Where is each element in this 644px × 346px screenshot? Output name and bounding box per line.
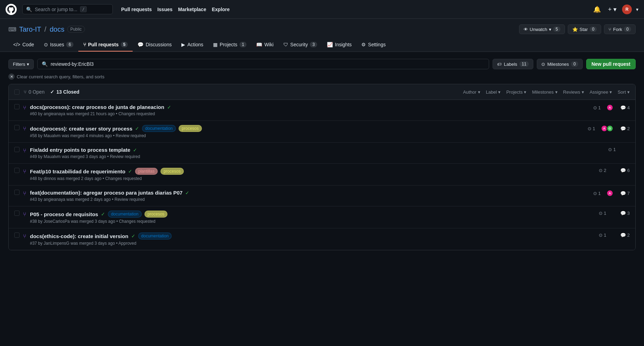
pr-review-count-58: ⊙ 1: [588, 126, 595, 131]
label-chevron-icon: ▾: [498, 89, 501, 95]
author-chevron-icon: ▾: [478, 89, 480, 95]
label-filter[interactable]: Label ▾: [486, 89, 501, 95]
select-all-checkbox[interactable]: [14, 89, 19, 95]
global-search[interactable]: 🔍 Search or jump to... /: [22, 4, 113, 14]
review-icon-43: ⊙: [593, 191, 597, 196]
clear-filter-label: Clear current search query, filters, and…: [17, 74, 104, 79]
pr-checkbox-58[interactable]: [14, 125, 19, 130]
filters-button[interactable]: Filters ▾: [8, 59, 34, 69]
pr-checkbox-49[interactable]: [14, 147, 19, 152]
filters-chevron-icon: ▾: [27, 62, 29, 67]
unwatch-button[interactable]: 👁 Unwatch ▾ 5: [519, 24, 565, 34]
labels-count: 11: [519, 61, 529, 67]
pr-title-58[interactable]: docs(process): create user story process: [30, 126, 132, 132]
closed-tab[interactable]: ✓ 13 Closed: [50, 88, 79, 96]
actions-icon: ▶: [181, 42, 185, 47]
tab-insights[interactable]: 📈 Insights: [322, 38, 356, 52]
author-filter[interactable]: Author ▾: [463, 89, 480, 95]
pr-checkbox-48[interactable]: [14, 168, 19, 173]
pr-details-37: docs(ethics-code): create initial versio…: [30, 233, 595, 246]
new-pr-button[interactable]: New pull request: [586, 59, 636, 69]
pr-merged-icon-37: ⑂: [23, 233, 26, 239]
pr-title-49[interactable]: Fix/add entry points to process template: [30, 147, 130, 153]
nav-issues[interactable]: Issues: [157, 7, 173, 12]
notifications-button[interactable]: 🔔: [592, 4, 602, 15]
filter-search-container[interactable]: 🔍: [37, 59, 489, 69]
projects-filter[interactable]: Projects ▾: [506, 89, 526, 95]
pr-merged-icon: ⑂: [23, 105, 26, 111]
review-icon-60: ⊙: [593, 105, 597, 110]
search-placeholder: Search or jump to...: [35, 7, 77, 12]
pr-check-37: ✓: [131, 233, 135, 239]
star-button[interactable]: ⭐ Star 0: [568, 24, 602, 34]
pr-checkbox-38[interactable]: [14, 211, 19, 216]
labels-button[interactable]: 🏷 Labels 11: [493, 59, 533, 69]
projects-icon: ▦: [213, 42, 218, 47]
github-logo[interactable]: [6, 4, 17, 15]
repo-owner-link[interactable]: Taro-IT: [19, 25, 41, 33]
pr-icon: ⑂: [83, 42, 86, 47]
nav-marketplace[interactable]: Marketplace: [178, 7, 206, 12]
pr-merged-icon-43: ⑂: [23, 190, 26, 197]
star-label: Star: [580, 27, 588, 32]
pr-title-38[interactable]: P05 - proceso de requisitos: [30, 211, 98, 217]
open-count: 0 Open: [29, 89, 45, 95]
review-icon-58: ⊙: [588, 126, 591, 131]
avatar-dropdown[interactable]: ▾: [636, 7, 638, 12]
pr-status-tabs: ⑂ 0 Open ✓ 13 Closed: [24, 88, 459, 96]
user-avatar[interactable]: R: [622, 5, 632, 14]
wiki-icon: 📖: [256, 42, 262, 47]
pr-checkbox-60[interactable]: [14, 104, 19, 109]
tab-code[interactable]: </> Code: [8, 38, 39, 52]
pr-title-43[interactable]: feat(documentation): agregar proceso par…: [30, 190, 182, 196]
pr-right-60: ⊙ 1 A 💬 4: [593, 104, 630, 111]
pr-details-60: docs(procesos): crear proceso de junta d…: [30, 104, 590, 116]
nav-pull-requests[interactable]: Pull requests: [121, 7, 152, 12]
comment-icon-43: 💬: [620, 191, 626, 196]
pr-meta-48: #48 by dinnos was merged 2 days ago • Ch…: [30, 176, 595, 181]
star-count: 0: [590, 26, 597, 32]
pr-title-60[interactable]: docs(procesos): crear proceso de junta d…: [30, 104, 164, 110]
assignee-filter[interactable]: Assignee ▾: [590, 89, 612, 95]
sort-button[interactable]: Sort ▾: [618, 89, 630, 95]
projects-filter-label: Projects: [506, 89, 523, 95]
create-button[interactable]: + ▾: [606, 4, 618, 15]
open-tab[interactable]: ⑂ 0 Open: [24, 88, 45, 96]
pr-title-48[interactable]: Feat/p10 trazabilidad de requerimiento: [30, 168, 125, 174]
reviews-chevron-icon: ▾: [582, 89, 584, 95]
tab-security[interactable]: 🛡 Security 3: [278, 38, 322, 52]
milestones-filter-label: Milestones: [532, 89, 553, 95]
fork-label: Fork: [613, 27, 622, 32]
pr-comments-37: 💬 2: [620, 233, 630, 238]
clear-filter-button[interactable]: ✕: [8, 73, 15, 80]
pr-merged-icon-58: ⑂: [23, 126, 26, 132]
tab-projects[interactable]: ▦ Projects 1: [208, 38, 251, 52]
tab-discussions[interactable]: 💬 Discussions: [133, 38, 176, 52]
pr-checkbox-37[interactable]: [14, 233, 19, 238]
tab-actions[interactable]: ▶ Actions: [176, 38, 208, 52]
reviews-filter[interactable]: Reviews ▾: [563, 89, 584, 95]
tab-wiki[interactable]: 📖 Wiki: [251, 38, 278, 52]
filter-search-input[interactable]: [50, 61, 485, 67]
table-row: ⑂ docs(ethics-code): create initial vers…: [9, 228, 635, 250]
pr-check-43: ✓: [185, 190, 189, 196]
milestones-count: 0: [571, 61, 578, 67]
pr-label-plantillas-48: plantillas: [135, 168, 158, 175]
repo-name: Taro-IT / docs: [19, 25, 64, 33]
repo-name-link[interactable]: docs: [50, 25, 64, 33]
clear-filter[interactable]: ✕ Clear current search query, filters, a…: [8, 73, 636, 80]
tab-settings[interactable]: ⚙ Settings: [356, 38, 391, 52]
tab-pull-requests[interactable]: ⑂ Pull requests 5: [78, 38, 133, 52]
fork-button[interactable]: ⑂ Fork 0: [604, 24, 636, 34]
nav-explore[interactable]: Explore: [212, 7, 229, 12]
milestones-button[interactable]: ⊙ Milestones 0: [537, 59, 583, 69]
closed-count: 13 Closed: [56, 89, 79, 95]
pr-title-37[interactable]: docs(ethics-code): create initial versio…: [30, 233, 128, 239]
assignee-filter-label: Assignee: [590, 89, 608, 95]
milestones-filter[interactable]: Milestones ▾: [532, 89, 557, 95]
review-icon-48: ⊙: [599, 168, 603, 173]
pr-checkbox-43[interactable]: [14, 190, 19, 195]
tab-issues[interactable]: ⊙ Issues 6: [39, 38, 78, 52]
pr-label-documentation-38: documentation: [108, 211, 142, 218]
pr-table-header: ⑂ 0 Open ✓ 13 Closed Author ▾ Label ▾: [9, 84, 635, 100]
